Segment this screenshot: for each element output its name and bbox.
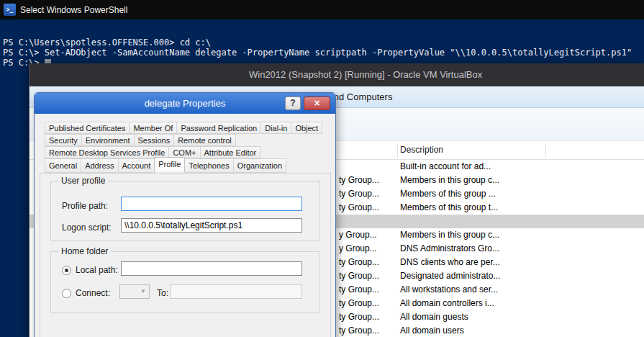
user-profile-group-label: User profile [58,176,108,186]
tab-telephones[interactable]: Telephones [184,158,233,173]
tab-address[interactable]: Address [81,158,118,173]
tab-environment[interactable]: Environment [81,134,135,146]
logon-script-input[interactable] [121,218,302,233]
logon-script-label: Logon script: [62,223,112,233]
row-type: ty Group... [339,324,379,337]
row-description: Built-in account for ad... [400,160,491,174]
row-type: ty Group... [339,187,379,201]
tab-attribute-editor[interactable]: Attribute Editor [200,146,261,158]
tab-password-replication[interactable]: Password Replication [176,122,261,134]
tab-row-4: GeneralAddressAccountProfileTelephonesOr… [45,158,286,173]
powershell-icon: >_ [4,4,16,16]
row-type: ty Group... [339,174,379,187]
home-folder-group-label: Home folder [58,246,111,256]
row-type: ty Group... [339,201,379,215]
row-type: y Group... [339,242,377,256]
tab-organization[interactable]: Organization [233,158,286,173]
tab-general[interactable]: General [45,158,81,173]
tab-published-certificates[interactable]: Published Certificates [45,122,130,134]
row-description: DNS clients who are per... [400,256,500,269]
profile-path-label: Profile path: [62,201,108,211]
tab-object[interactable]: Object [291,122,322,134]
tab-sessions[interactable]: Sessions [134,134,175,146]
screen: >_ Select Windows PowerShell PS C:\Users… [0,0,644,337]
tab-row-1: Published CertificatesMember OfPassword … [45,122,322,135]
row-type: ty Group... [339,283,379,297]
row-description: All workstations and ser... [400,283,498,297]
home-folder-group: Home folder [50,251,319,313]
row-description: Members in this group c... [400,228,499,242]
to-label: To: [157,288,168,298]
column-separator [397,143,398,158]
row-description: Designated administrato... [400,269,500,283]
console-line: PS C:\Users\spotless.OFFENSE.000> cd c:\ [3,37,644,48]
delegate-properties-dialog: delegate Properties ? × Published Certif… [34,92,336,337]
row-type: y Group... [339,228,377,242]
profile-path-input[interactable] [121,197,302,211]
row-description: Members of this group ... [400,187,496,201]
row-type: ty Group... [339,256,379,269]
tab-remote-desktop-services-profile[interactable]: Remote Desktop Services Profile [45,146,169,158]
tab-member-of[interactable]: Member Of [129,122,177,134]
help-button[interactable]: ? [285,96,301,110]
local-path-input[interactable] [121,261,302,276]
close-button[interactable]: × [304,96,330,110]
virtualbox-titlebar[interactable]: Win2012 (Snapshot 2) [Running] - Oracle … [30,63,644,86]
tab-dial-in[interactable]: Dial-in [260,122,291,134]
local-path-radio[interactable] [62,266,71,275]
virtualbox-window-title: Win2012 (Snapshot 2) [Running] - Oracle … [249,63,482,86]
row-type: ty Group... [339,297,379,310]
row-description: All domain users [400,324,464,337]
tab-remote-control[interactable]: Remote control [173,134,236,146]
row-description: All domain guests [400,310,468,324]
tab-account[interactable]: Account [118,158,155,173]
row-description: Members of this group t... [400,201,498,215]
row-type: ty Group... [339,269,379,283]
powershell-window-title: Select Windows PowerShell [20,5,127,15]
column-separator [545,143,546,158]
dialog-titlebar[interactable]: delegate Properties ? × [35,93,335,114]
tab-security[interactable]: Security [45,134,82,146]
connect-radio[interactable] [62,289,71,298]
local-path-label: Local path: [76,265,118,275]
tab-row-3: Remote Desktop Services ProfileCOM+Attri… [45,146,260,159]
console-line: PS C:\> Set-ADObject -SamAccountName del… [3,48,644,58]
connect-label: Connect: [76,288,110,298]
powershell-titlebar[interactable]: >_ Select Windows PowerShell [0,0,644,19]
row-description: All domain controllers i... [400,297,494,310]
row-type: ty Group... [339,310,379,324]
row-description: DNS Administrators Gro... [400,242,499,256]
drive-letter-select[interactable] [119,284,150,299]
description-column-header[interactable]: Description [400,141,443,159]
row-description: Members in this group c... [400,174,499,187]
tab-profile[interactable]: Profile [154,157,185,171]
tab-row-2: SecurityEnvironmentSessionsRemote contro… [45,134,235,147]
connect-to-input[interactable] [170,284,302,299]
